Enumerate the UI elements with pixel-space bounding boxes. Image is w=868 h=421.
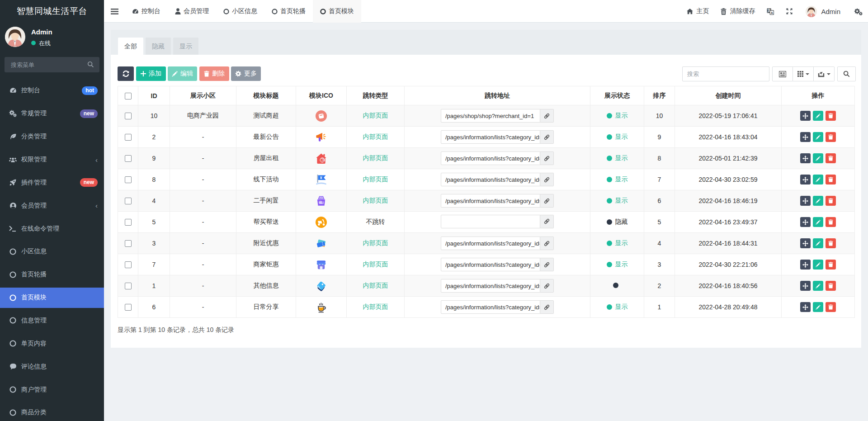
svg-text:A: A [771, 10, 774, 14]
svg-text:¥: ¥ [320, 175, 322, 180]
svg-text:二手: 二手 [318, 200, 324, 204]
svg-text:租: 租 [320, 158, 324, 162]
